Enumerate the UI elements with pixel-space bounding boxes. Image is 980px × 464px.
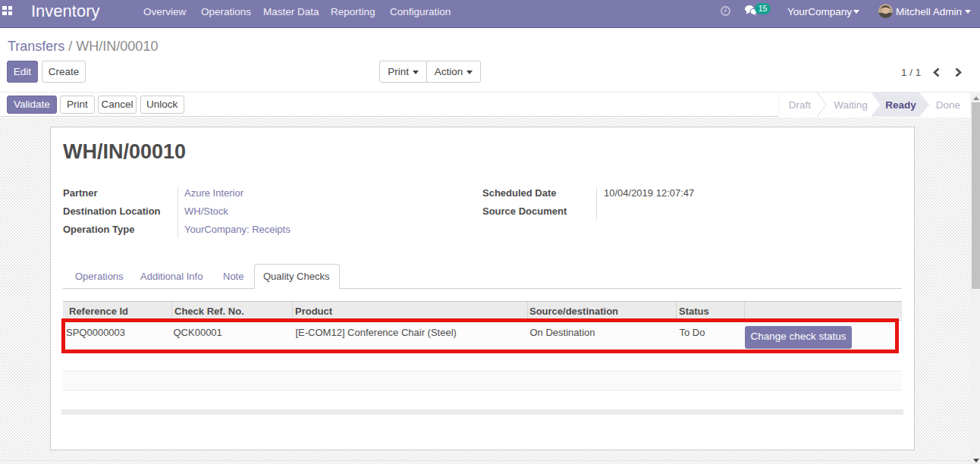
svg-text:Done: Done xyxy=(936,99,960,111)
svg-text:Waiting: Waiting xyxy=(834,99,868,111)
svg-text:Ready: Ready xyxy=(885,99,916,111)
svg-text:Draft: Draft xyxy=(789,99,812,111)
